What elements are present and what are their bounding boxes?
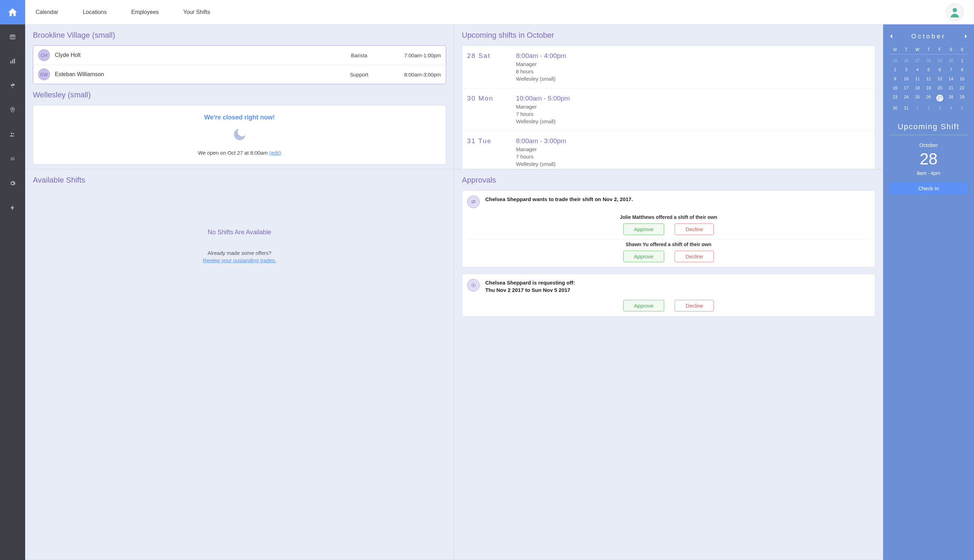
- calendar-day[interactable]: 20: [934, 84, 946, 92]
- calendar-day[interactable]: 27: [934, 93, 946, 103]
- decline-button[interactable]: Decline: [675, 251, 714, 262]
- avatar-badge: CH: [38, 49, 50, 61]
- shift-row[interactable]: CH Clyde Holt Barista 7:00am-1:00pm: [33, 46, 446, 65]
- calendar-day[interactable]: 28: [923, 57, 934, 65]
- nav-locations[interactable]: Locations: [83, 9, 107, 15]
- user-avatar[interactable]: [946, 3, 964, 21]
- calendar-day[interactable]: 22: [957, 84, 968, 92]
- approve-button[interactable]: Approve: [623, 300, 665, 312]
- grid-icon: [10, 33, 16, 40]
- sidebar-locations[interactable]: [0, 98, 25, 122]
- approve-button[interactable]: Approve: [623, 251, 665, 262]
- chevron-right-icon: [964, 34, 968, 38]
- upcoming-shift-row[interactable]: 30 Mon 10:00am - 5:00pm Manager 7 hours …: [462, 88, 875, 131]
- calendar-prev[interactable]: [889, 33, 893, 40]
- calendar-day[interactable]: 30: [889, 104, 900, 112]
- calendar-day[interactable]: 4: [912, 66, 923, 74]
- calendar-dow: F: [934, 45, 946, 55]
- calendar-day[interactable]: 25: [889, 57, 900, 65]
- right-rail: October MTWTFSS2526272829301234567891011…: [883, 25, 974, 560]
- decline-button[interactable]: Decline: [675, 300, 714, 312]
- nav-calendar[interactable]: Calendar: [36, 9, 58, 15]
- calendar-day[interactable]: 19: [923, 84, 934, 92]
- gear-icon: [10, 180, 16, 187]
- calendar-day[interactable]: 13: [934, 75, 946, 83]
- calendar-day[interactable]: 9: [889, 75, 900, 83]
- closed-text: We open on Oct 27 at 8:00am (edit): [38, 150, 441, 156]
- review-trades-link[interactable]: Review your oustanding trades.: [33, 257, 446, 263]
- calendar-day[interactable]: 28: [946, 93, 957, 103]
- calendar-day[interactable]: 10: [900, 75, 912, 83]
- upcoming-date: 30 Mon: [467, 95, 506, 124]
- edit-hours-link[interactable]: (edit): [269, 150, 281, 156]
- calendar-day[interactable]: 12: [923, 75, 934, 83]
- nav-your-shifts[interactable]: Your Shifts: [184, 9, 211, 15]
- home-button[interactable]: [0, 0, 25, 25]
- calendar-day[interactable]: 2: [889, 66, 900, 74]
- calendar-day[interactable]: 18: [912, 84, 923, 92]
- upcoming-shift-row[interactable]: 28 Sat 8:00am - 4:00pm Manager 8 hours W…: [462, 46, 875, 88]
- calendar-day[interactable]: 26: [900, 57, 912, 65]
- calendar-day[interactable]: 4: [946, 104, 957, 112]
- left-sidebar: [0, 0, 25, 560]
- upcoming-panel: Upcoming shifts in October 28 Sat 8:00am…: [454, 25, 883, 169]
- calendar-day[interactable]: 1: [957, 57, 968, 65]
- calendar-day[interactable]: 3: [934, 104, 946, 112]
- signpost-icon: [10, 82, 16, 89]
- shift-row[interactable]: EW Esteban Williamson Support 8:00am-3:0…: [33, 65, 446, 84]
- sidebar-settings[interactable]: [0, 171, 25, 195]
- calendar-day[interactable]: 16: [889, 84, 900, 92]
- approve-button[interactable]: Approve: [623, 223, 665, 235]
- calendar-day[interactable]: 14: [946, 75, 957, 83]
- sidebar-flash[interactable]: [0, 195, 25, 220]
- calendar-day[interactable]: 3: [900, 66, 912, 74]
- upcoming-shift-row[interactable]: 31 Tue 8:00am - 3:00pm Manager 7 hours W…: [462, 131, 875, 169]
- sidebar-employees[interactable]: [0, 122, 25, 147]
- calendar-day[interactable]: 23: [889, 93, 900, 103]
- calendar-day[interactable]: 24: [900, 93, 912, 103]
- calendar-day[interactable]: 29: [934, 57, 946, 65]
- calendar-day[interactable]: 27: [912, 57, 923, 65]
- svg-rect-0: [10, 35, 15, 39]
- nav-employees[interactable]: Employees: [131, 9, 159, 15]
- calendar-day[interactable]: 30: [946, 57, 957, 65]
- sidebar-calendar[interactable]: [0, 25, 25, 49]
- calendar-day[interactable]: 8: [957, 66, 968, 74]
- calendar-day[interactable]: 29: [957, 93, 968, 103]
- calendar-day[interactable]: 1: [912, 104, 923, 112]
- calendar-day[interactable]: 26: [923, 93, 934, 103]
- swap-icon: [10, 156, 16, 162]
- sidebar-reports[interactable]: [0, 49, 25, 73]
- shift-name: Clyde Holt: [55, 52, 333, 58]
- calendar-day[interactable]: 2: [923, 104, 934, 112]
- approval-text: Chelsea Sheppard is requesting off: Thu …: [485, 279, 575, 293]
- calendar-day[interactable]: 15: [957, 75, 968, 83]
- request-icon: [467, 279, 479, 292]
- calendar-next[interactable]: [964, 33, 968, 40]
- calendar-day[interactable]: 17: [900, 84, 912, 92]
- calendar-day[interactable]: 11: [912, 75, 923, 83]
- calendar-dow: T: [923, 45, 934, 55]
- avatar-icon: [949, 6, 961, 18]
- calendar-day[interactable]: 25: [912, 93, 923, 103]
- checkin-button[interactable]: Check In: [889, 182, 968, 195]
- svg-rect-4: [10, 61, 11, 63]
- sidebar-trades[interactable]: [0, 147, 25, 171]
- svg-point-7: [12, 108, 13, 110]
- calendar-day[interactable]: 31: [900, 104, 912, 112]
- avatar-badge: EW: [38, 68, 50, 80]
- pin-icon: [10, 107, 16, 113]
- calendar-day[interactable]: 6: [934, 66, 946, 74]
- location-title-wellesley: Wellesley (small): [33, 90, 446, 100]
- upcoming-duration: 7 hours: [516, 111, 870, 117]
- upcoming-location: Wellesley (small): [516, 161, 870, 167]
- calendar-day[interactable]: 21: [946, 84, 957, 92]
- calendar-day[interactable]: 7: [946, 66, 957, 74]
- calendar-day[interactable]: 5: [923, 66, 934, 74]
- rail-day: 28: [889, 150, 968, 168]
- upcoming-time: 8:00am - 3:00pm: [516, 137, 870, 145]
- sidebar-signpost[interactable]: [0, 73, 25, 98]
- calendar-day[interactable]: 5: [957, 104, 968, 112]
- decline-button[interactable]: Decline: [675, 223, 714, 235]
- home-icon: [7, 7, 18, 17]
